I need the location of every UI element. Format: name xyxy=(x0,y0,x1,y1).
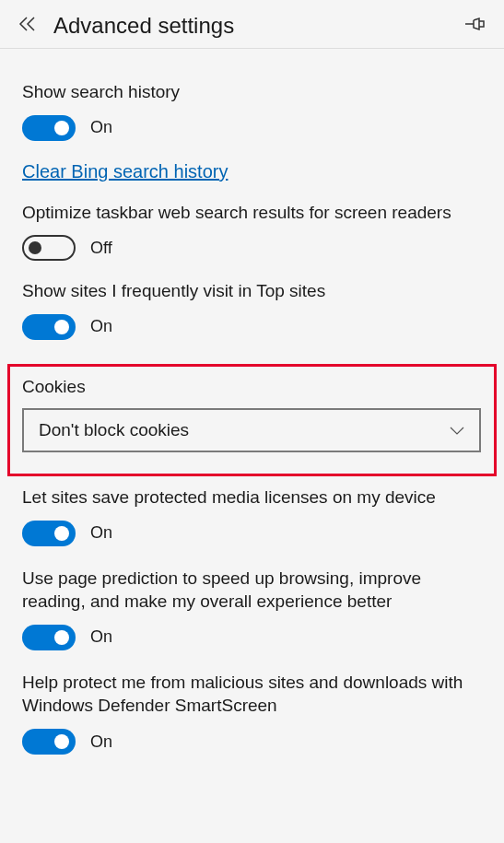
toggle-row: On xyxy=(22,729,482,755)
toggle-state: On xyxy=(90,732,112,752)
toggle-state: On xyxy=(90,317,112,336)
clear-bing-link[interactable]: Clear Bing search history xyxy=(22,161,228,182)
toggle-top-sites[interactable] xyxy=(22,314,76,340)
setting-media-licenses: Let sites save protected media licenses … xyxy=(22,486,482,546)
toggle-row: On xyxy=(22,115,482,141)
header: Advanced settings xyxy=(0,0,504,49)
page-title: Advanced settings xyxy=(53,13,234,39)
setting-cookies: Cookies Don't block cookies xyxy=(22,364,482,476)
settings-content: Show search history On Clear Bing search… xyxy=(0,49,504,773)
setting-label: Optimize taskbar web search results for … xyxy=(22,201,482,225)
toggle-state: On xyxy=(90,627,112,647)
toggle-optimize-taskbar[interactable] xyxy=(22,235,76,261)
setting-top-sites: Show sites I frequently visit in Top sit… xyxy=(22,279,482,340)
toggle-media-licenses[interactable] xyxy=(22,521,76,546)
toggle-state: On xyxy=(90,118,112,137)
header-left: Advanced settings xyxy=(18,13,234,39)
setting-label: Help protect me from malicious sites and… xyxy=(22,671,482,718)
setting-label: Show sites I frequently visit in Top sit… xyxy=(22,279,482,303)
pin-icon[interactable] xyxy=(465,16,486,36)
setting-label: Show search history xyxy=(22,80,482,104)
setting-smartscreen: Help protect me from malicious sites and… xyxy=(22,671,482,755)
toggle-row: On xyxy=(22,521,482,546)
cookies-dropdown[interactable]: Don't block cookies xyxy=(22,408,481,452)
setting-search-history: Show search history On xyxy=(22,80,482,141)
chevron-down-icon xyxy=(450,420,464,440)
toggle-state: On xyxy=(90,523,112,543)
toggle-row: On xyxy=(22,314,482,340)
back-icon[interactable] xyxy=(18,17,37,35)
setting-page-prediction: Use page prediction to speed up browsing… xyxy=(22,567,482,650)
toggle-smartscreen[interactable] xyxy=(22,729,76,755)
toggle-row: Off xyxy=(22,235,482,261)
setting-label: Let sites save protected media licenses … xyxy=(22,486,482,509)
toggle-search-history[interactable] xyxy=(22,115,76,141)
setting-label: Cookies xyxy=(22,377,482,397)
toggle-row: On xyxy=(22,625,482,650)
setting-optimize-taskbar: Optimize taskbar web search results for … xyxy=(22,201,482,262)
toggle-state: Off xyxy=(90,239,112,258)
toggle-page-prediction[interactable] xyxy=(22,625,76,650)
setting-label: Use page prediction to speed up browsing… xyxy=(22,567,482,614)
dropdown-value: Don't block cookies xyxy=(39,420,189,440)
